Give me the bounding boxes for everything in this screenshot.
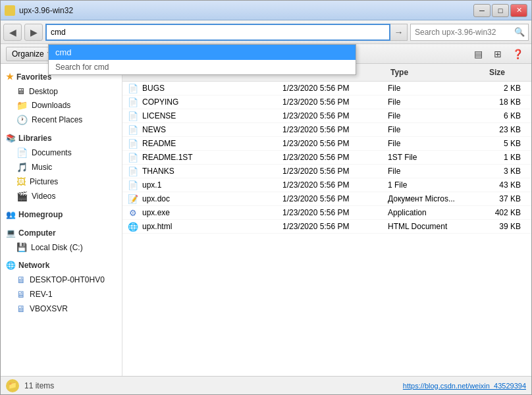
table-row[interactable]: 📄 README 1/23/2020 5:56 PM File 5 KB xyxy=(122,137,531,151)
file-type-icon: 📄 xyxy=(128,83,138,93)
sidebar-item-downloads[interactable]: 📁 Downloads xyxy=(1,98,122,113)
sidebar-libraries-header[interactable]: 📚 Libraries xyxy=(1,131,122,145)
table-row[interactable]: 📄 upx.1 1/23/2020 5:56 PM 1 File 43 KB xyxy=(122,178,531,192)
file-type: File xyxy=(388,84,487,93)
file-rows-container: 📄 BUGS 1/23/2020 5:56 PM File 2 KB 📄 COP… xyxy=(122,82,531,234)
documents-icon: 📄 xyxy=(16,147,28,158)
go-button[interactable]: → xyxy=(390,24,408,41)
file-name-cell: 📄 upx.1 xyxy=(128,180,282,190)
search-input[interactable] xyxy=(410,24,529,41)
file-name-cell: 📄 README xyxy=(128,138,282,149)
sidebar-item-documents[interactable]: 📄 Documents xyxy=(1,145,122,160)
back-button[interactable]: ◀ xyxy=(3,24,22,41)
file-size: 23 KB xyxy=(487,125,526,134)
sidebar-homegroup-header[interactable]: 👥 Homegroup xyxy=(1,207,122,222)
autocomplete-search-option[interactable]: Search for cmd xyxy=(49,60,356,74)
file-date: 1/23/2020 5:56 PM xyxy=(282,153,388,162)
table-row[interactable]: 📄 NEWS 1/23/2020 5:56 PM File 23 KB xyxy=(122,123,531,137)
autocomplete-item-cmd[interactable]: cmd xyxy=(49,45,356,60)
file-name-cell: 📝 upx.doc xyxy=(128,194,282,204)
sidebar-item-videos-label: Videos xyxy=(32,192,55,201)
organize-label: Organize xyxy=(12,49,44,59)
file-size: 2 KB xyxy=(487,84,526,93)
sidebar-item-recent[interactable]: 🕐 Recent Places xyxy=(1,113,122,127)
desktop-icon: 🖥 xyxy=(16,86,25,96)
table-row[interactable]: ⚙ upx.exe 1/23/2020 5:56 PM Application … xyxy=(122,206,531,220)
title-bar-left: upx-3.96-win32 xyxy=(5,5,73,16)
file-name-cell: 📄 COPYING xyxy=(128,97,282,107)
file-type-icon: 📄 xyxy=(128,138,138,149)
sidebar-item-local-disk-label: Local Disk (C:) xyxy=(31,243,83,252)
file-name: upx.html xyxy=(142,222,172,231)
sidebar-item-pictures[interactable]: 🖼 Pictures xyxy=(1,174,122,189)
file-type: Документ Micros... xyxy=(388,194,487,203)
sidebar-item-local-disk[interactable]: 💾 Local Disk (C:) xyxy=(1,240,122,254)
title-bar: upx-3.96-win32 ─ □ ✕ xyxy=(1,1,531,20)
maximize-button[interactable]: □ xyxy=(492,4,509,17)
file-type-icon: 📄 xyxy=(128,166,138,176)
file-name: upx.1 xyxy=(142,180,161,190)
sidebar-item-desktop[interactable]: 🖥 Desktop xyxy=(1,84,122,98)
file-type: File xyxy=(388,139,487,148)
item-count: 11 items xyxy=(24,381,54,390)
file-date: 1/23/2020 5:56 PM xyxy=(282,222,388,231)
pictures-icon: 🖼 xyxy=(16,176,26,187)
minimize-button[interactable]: ─ xyxy=(473,4,491,17)
file-type: 1 File xyxy=(388,180,487,190)
column-type[interactable]: Type xyxy=(388,66,487,78)
sidebar-item-desktop0[interactable]: 🖥 DESKTOP-0HT0HV0 xyxy=(1,273,122,287)
sidebar-item-videos[interactable]: 🎬 Videos xyxy=(1,189,122,203)
file-type: Application xyxy=(388,208,487,217)
help-button[interactable]: ❓ xyxy=(509,47,526,61)
sidebar-libraries-label: Libraries xyxy=(18,134,52,143)
file-date: 1/23/2020 5:56 PM xyxy=(282,139,388,148)
file-type-icon: 📄 xyxy=(128,97,138,107)
sidebar-homegroup-label: Homegroup xyxy=(18,210,63,219)
music-icon: 🎵 xyxy=(16,162,28,172)
table-row[interactable]: 📄 COPYING 1/23/2020 5:56 PM File 18 KB xyxy=(122,95,531,109)
file-date: 1/23/2020 5:56 PM xyxy=(282,97,388,107)
table-row[interactable]: 🌐 upx.html 1/23/2020 5:56 PM HTML Docume… xyxy=(122,220,531,234)
address-toolbar: ◀ ▶ → 🔍 cmd Search for cmd xyxy=(1,20,531,44)
network-item-icon-1: 🖥 xyxy=(16,289,26,300)
file-type-icon: 📄 xyxy=(128,111,138,121)
title-buttons: ─ □ ✕ xyxy=(473,4,527,17)
file-name: LICENSE xyxy=(142,111,176,120)
sidebar-item-vboxsvr[interactable]: 🖥 VBOXSVR xyxy=(1,302,122,316)
file-type: File xyxy=(388,167,487,176)
sidebar-computer-header[interactable]: 💻 Computer xyxy=(1,226,122,240)
file-size: 402 KB xyxy=(487,208,526,217)
status-link[interactable]: https://blog.csdn.net/weixin_43529394 xyxy=(403,382,526,390)
view-tiles-button[interactable]: ⊞ xyxy=(489,47,506,61)
file-size: 6 KB xyxy=(487,111,526,120)
network-item-icon-2: 🖥 xyxy=(16,303,26,314)
file-type: 1ST File xyxy=(388,153,487,162)
local-disk-icon: 💾 xyxy=(16,242,27,252)
sidebar-network-header[interactable]: 🌐 Network xyxy=(1,258,122,273)
table-row[interactable]: 📝 upx.doc 1/23/2020 5:56 PM Документ Mic… xyxy=(122,192,531,206)
table-row[interactable]: 📄 README.1ST 1/23/2020 5:56 PM 1ST File … xyxy=(122,151,531,165)
file-size: 39 KB xyxy=(487,222,526,231)
address-input[interactable] xyxy=(45,24,390,41)
file-name: NEWS xyxy=(142,125,166,134)
forward-button[interactable]: ▶ xyxy=(24,24,43,41)
sidebar-item-rev1[interactable]: 🖥 REV-1 xyxy=(1,287,122,302)
column-size[interactable]: Size xyxy=(487,66,526,78)
view-details-button[interactable]: ▤ xyxy=(469,47,487,61)
table-row[interactable]: 📄 BUGS 1/23/2020 5:56 PM File 2 KB xyxy=(122,82,531,95)
file-type-icon: 📄 xyxy=(128,180,138,190)
file-date: 1/23/2020 5:56 PM xyxy=(282,194,388,203)
file-size: 3 KB xyxy=(487,167,526,176)
table-row[interactable]: 📄 LICENSE 1/23/2020 5:56 PM File 6 KB xyxy=(122,109,531,123)
search-wrapper: 🔍 xyxy=(410,24,529,41)
close-button[interactable]: ✕ xyxy=(510,4,527,17)
table-row[interactable]: 📄 THANKS 1/23/2020 5:56 PM File 3 KB xyxy=(122,165,531,178)
star-icon: ★ xyxy=(6,72,14,82)
file-size: 1 KB xyxy=(487,153,526,162)
file-name: upx.exe xyxy=(142,208,170,217)
sidebar-item-music[interactable]: 🎵 Music xyxy=(1,160,122,174)
toolbar2-right: ▤ ⊞ ❓ xyxy=(469,47,526,61)
file-name: THANKS xyxy=(142,167,174,176)
file-type-icon: 📝 xyxy=(128,194,138,204)
videos-icon: 🎬 xyxy=(16,191,28,201)
